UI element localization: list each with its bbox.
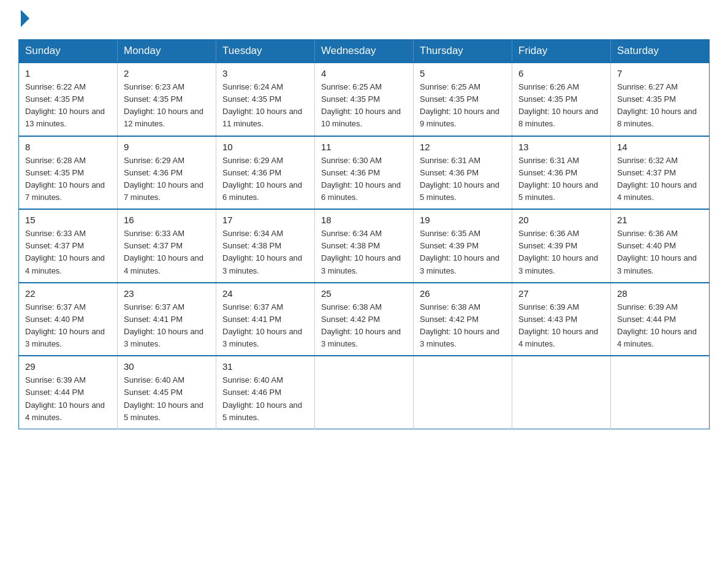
day-of-week-header: Wednesday: [315, 40, 414, 63]
day-number: 18: [321, 215, 407, 225]
calendar-day-cell: 29 Sunrise: 6:39 AMSunset: 4:44 PMDaylig…: [19, 356, 118, 429]
day-info: Sunrise: 6:40 AMSunset: 4:46 PMDaylight:…: [222, 374, 308, 424]
calendar-day-cell: 2 Sunrise: 6:23 AMSunset: 4:35 PMDayligh…: [118, 63, 216, 136]
day-info: Sunrise: 6:38 AMSunset: 4:42 PMDaylight:…: [321, 301, 407, 351]
day-info: Sunrise: 6:23 AMSunset: 4:35 PMDaylight:…: [124, 81, 210, 131]
day-number: 15: [25, 215, 111, 225]
calendar-day-cell: 16 Sunrise: 6:33 AMSunset: 4:37 PMDaylig…: [118, 209, 216, 283]
day-number: 29: [25, 361, 111, 372]
day-info: Sunrise: 6:33 AMSunset: 4:37 PMDaylight:…: [25, 228, 111, 277]
day-info: Sunrise: 6:33 AMSunset: 4:37 PMDaylight:…: [124, 228, 210, 277]
day-number: 22: [25, 288, 111, 299]
calendar-day-cell: 14 Sunrise: 6:32 AMSunset: 4:37 PMDaylig…: [611, 136, 710, 210]
page-header: [18, 12, 710, 27]
calendar-table: SundayMondayTuesdayWednesdayThursdayFrid…: [18, 39, 710, 429]
calendar-week-row: 22 Sunrise: 6:37 AMSunset: 4:40 PMDaylig…: [19, 283, 710, 356]
day-number: 4: [321, 68, 407, 79]
calendar-day-cell: 8 Sunrise: 6:28 AMSunset: 4:35 PMDayligh…: [19, 136, 118, 210]
day-info: Sunrise: 6:24 AMSunset: 4:35 PMDaylight:…: [222, 81, 308, 131]
calendar-day-cell: 24 Sunrise: 6:37 AMSunset: 4:41 PMDaylig…: [216, 283, 315, 356]
calendar-day-cell: 31 Sunrise: 6:40 AMSunset: 4:46 PMDaylig…: [216, 356, 315, 429]
day-number: 3: [222, 68, 308, 79]
day-number: 14: [617, 142, 703, 152]
calendar-day-cell: 28 Sunrise: 6:39 AMSunset: 4:44 PMDaylig…: [611, 283, 710, 356]
calendar-day-cell: 1 Sunrise: 6:22 AMSunset: 4:35 PMDayligh…: [19, 63, 118, 136]
calendar-day-cell: 7 Sunrise: 6:27 AMSunset: 4:35 PMDayligh…: [611, 63, 710, 136]
calendar-day-cell: [611, 356, 710, 429]
calendar-day-cell: 21 Sunrise: 6:36 AMSunset: 4:40 PMDaylig…: [611, 209, 710, 283]
day-number: 1: [25, 68, 111, 79]
day-number: 8: [25, 142, 111, 152]
calendar-day-cell: 25 Sunrise: 6:38 AMSunset: 4:42 PMDaylig…: [315, 283, 414, 356]
day-info: Sunrise: 6:36 AMSunset: 4:39 PMDaylight:…: [518, 228, 604, 277]
day-info: Sunrise: 6:32 AMSunset: 4:37 PMDaylight:…: [617, 155, 703, 204]
day-of-week-header: Thursday: [414, 40, 512, 63]
calendar-week-row: 15 Sunrise: 6:33 AMSunset: 4:37 PMDaylig…: [19, 209, 710, 283]
day-info: Sunrise: 6:30 AMSunset: 4:36 PMDaylight:…: [321, 155, 407, 204]
day-info: Sunrise: 6:27 AMSunset: 4:35 PMDaylight:…: [617, 81, 703, 131]
day-info: Sunrise: 6:34 AMSunset: 4:38 PMDaylight:…: [321, 228, 407, 277]
calendar-day-cell: 11 Sunrise: 6:30 AMSunset: 4:36 PMDaylig…: [315, 136, 414, 210]
day-info: Sunrise: 6:25 AMSunset: 4:35 PMDaylight:…: [420, 81, 506, 131]
day-info: Sunrise: 6:35 AMSunset: 4:39 PMDaylight:…: [420, 228, 506, 277]
calendar-day-cell: 12 Sunrise: 6:31 AMSunset: 4:36 PMDaylig…: [414, 136, 512, 210]
day-of-week-header: Sunday: [19, 40, 118, 63]
calendar-day-cell: 6 Sunrise: 6:26 AMSunset: 4:35 PMDayligh…: [512, 63, 611, 136]
day-of-week-header: Saturday: [611, 40, 710, 63]
day-info: Sunrise: 6:39 AMSunset: 4:44 PMDaylight:…: [25, 374, 111, 424]
calendar-day-cell: 13 Sunrise: 6:31 AMSunset: 4:36 PMDaylig…: [512, 136, 611, 210]
day-number: 25: [321, 288, 407, 299]
day-number: 13: [518, 142, 604, 152]
day-info: Sunrise: 6:37 AMSunset: 4:41 PMDaylight:…: [222, 301, 308, 351]
calendar-day-cell: 10 Sunrise: 6:29 AMSunset: 4:36 PMDaylig…: [216, 136, 315, 210]
day-number: 27: [518, 288, 604, 299]
day-info: Sunrise: 6:28 AMSunset: 4:35 PMDaylight:…: [25, 155, 111, 204]
day-number: 28: [617, 288, 703, 299]
day-info: Sunrise: 6:22 AMSunset: 4:35 PMDaylight:…: [25, 81, 111, 131]
day-info: Sunrise: 6:37 AMSunset: 4:41 PMDaylight:…: [124, 301, 210, 351]
calendar-day-cell: [315, 356, 414, 429]
day-info: Sunrise: 6:25 AMSunset: 4:35 PMDaylight:…: [321, 81, 407, 131]
day-info: Sunrise: 6:29 AMSunset: 4:36 PMDaylight:…: [124, 155, 210, 204]
day-info: Sunrise: 6:31 AMSunset: 4:36 PMDaylight:…: [420, 155, 506, 204]
day-number: 11: [321, 142, 407, 152]
day-number: 7: [617, 68, 703, 79]
day-number: 9: [124, 142, 210, 152]
calendar-day-cell: 17 Sunrise: 6:34 AMSunset: 4:38 PMDaylig…: [216, 209, 315, 283]
calendar-header-row: SundayMondayTuesdayWednesdayThursdayFrid…: [19, 40, 710, 63]
day-info: Sunrise: 6:31 AMSunset: 4:36 PMDaylight:…: [518, 155, 604, 204]
day-number: 21: [617, 215, 703, 225]
day-number: 19: [420, 215, 506, 225]
calendar-day-cell: 27 Sunrise: 6:39 AMSunset: 4:43 PMDaylig…: [512, 283, 611, 356]
day-number: 30: [124, 361, 210, 372]
day-info: Sunrise: 6:26 AMSunset: 4:35 PMDaylight:…: [518, 81, 604, 131]
calendar-day-cell: 20 Sunrise: 6:36 AMSunset: 4:39 PMDaylig…: [512, 209, 611, 283]
day-number: 5: [420, 68, 506, 79]
calendar-day-cell: 22 Sunrise: 6:37 AMSunset: 4:40 PMDaylig…: [19, 283, 118, 356]
day-number: 20: [518, 215, 604, 225]
day-number: 24: [222, 288, 308, 299]
logo: [18, 12, 31, 27]
calendar-day-cell: 18 Sunrise: 6:34 AMSunset: 4:38 PMDaylig…: [315, 209, 414, 283]
day-number: 2: [124, 68, 210, 79]
calendar-day-cell: 4 Sunrise: 6:25 AMSunset: 4:35 PMDayligh…: [315, 63, 414, 136]
day-of-week-header: Friday: [512, 40, 611, 63]
day-info: Sunrise: 6:37 AMSunset: 4:40 PMDaylight:…: [25, 301, 111, 351]
calendar-day-cell: [512, 356, 611, 429]
day-of-week-header: Monday: [118, 40, 216, 63]
day-info: Sunrise: 6:29 AMSunset: 4:36 PMDaylight:…: [222, 155, 308, 204]
day-info: Sunrise: 6:39 AMSunset: 4:44 PMDaylight:…: [617, 301, 703, 351]
day-number: 26: [420, 288, 506, 299]
calendar-day-cell: 23 Sunrise: 6:37 AMSunset: 4:41 PMDaylig…: [118, 283, 216, 356]
day-number: 17: [222, 215, 308, 225]
calendar-week-row: 1 Sunrise: 6:22 AMSunset: 4:35 PMDayligh…: [19, 63, 710, 136]
day-info: Sunrise: 6:39 AMSunset: 4:43 PMDaylight:…: [518, 301, 604, 351]
day-info: Sunrise: 6:38 AMSunset: 4:42 PMDaylight:…: [420, 301, 506, 351]
day-number: 31: [222, 361, 308, 372]
calendar-day-cell: 9 Sunrise: 6:29 AMSunset: 4:36 PMDayligh…: [118, 136, 216, 210]
day-info: Sunrise: 6:40 AMSunset: 4:45 PMDaylight:…: [124, 374, 210, 424]
calendar-week-row: 8 Sunrise: 6:28 AMSunset: 4:35 PMDayligh…: [19, 136, 710, 210]
calendar-day-cell: 15 Sunrise: 6:33 AMSunset: 4:37 PMDaylig…: [19, 209, 118, 283]
calendar-day-cell: 5 Sunrise: 6:25 AMSunset: 4:35 PMDayligh…: [414, 63, 512, 136]
logo-arrow-icon: [21, 10, 29, 27]
